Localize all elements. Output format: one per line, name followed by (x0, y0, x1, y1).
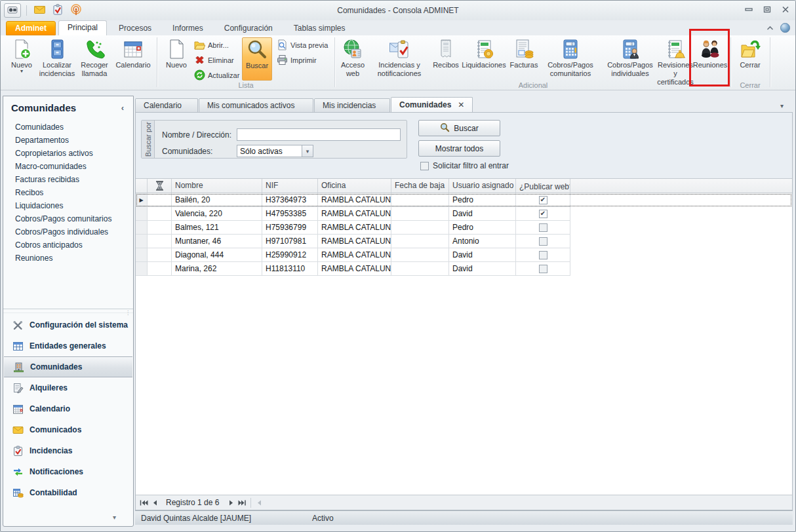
sidebar-splitter[interactable]: ⋮ (3, 309, 133, 313)
minimize-button[interactable] (744, 5, 753, 14)
cell-oficina[interactable]: RAMBLA CATALUNYA (318, 207, 391, 221)
nav-comunicados[interactable]: Comunicados (3, 419, 133, 440)
cell-usuario[interactable]: David (449, 248, 516, 262)
ribbon-reuniones-button[interactable]: Reuniones (692, 37, 728, 81)
col-publicar-web[interactable]: ¿Publicar web? (516, 179, 570, 193)
publicar-web-checkbox[interactable] (539, 210, 547, 218)
ribbon-calendario-button[interactable]: Calendario (113, 37, 153, 81)
cell-publicar-web[interactable] (516, 248, 570, 262)
row-selector[interactable] (136, 262, 148, 276)
prev-record-button[interactable] (149, 497, 161, 508)
collapse-sidebar-icon[interactable]: ‹ (119, 103, 127, 113)
ribbon-acceso-web-button[interactable]: Acceso web (338, 37, 368, 81)
sidebar-item-macro-comunidades[interactable]: Macro-comunidades (3, 160, 133, 173)
buscar-por-tab[interactable]: Buscar por (142, 121, 155, 158)
sidebar-item-liquidaciones[interactable]: Liquidaciones (3, 199, 133, 212)
col-nombre[interactable]: Nombre (172, 179, 262, 193)
cell-nif[interactable]: H75936799 (262, 221, 318, 235)
cell-oficina[interactable]: RAMBLA CATALUNYA (318, 221, 391, 235)
nav-entidades-generales[interactable]: Entidades generales (3, 335, 133, 356)
cell-oficina[interactable]: RAMBLA CATALUNYA (318, 262, 391, 276)
solicitar-filtro-checkbox[interactable] (420, 162, 429, 170)
cell-nombre[interactable]: Diagonal, 444 (172, 248, 262, 262)
tab-adminet[interactable]: Adminet (6, 21, 56, 35)
actualizar-button[interactable]: Actualizar (192, 68, 242, 82)
cell-nombre[interactable]: Balmes, 121 (172, 221, 262, 235)
cell-publicar-web[interactable] (516, 193, 570, 207)
app-menu-button[interactable] (4, 3, 21, 18)
ribbon-cobros-comunitarios-button[interactable]: 0 Cobros/Pagos comunitarios (541, 37, 600, 81)
imprimir-button[interactable]: Imprimir (275, 53, 332, 67)
restore-button[interactable] (763, 5, 772, 14)
nombre-direccion-input[interactable] (237, 128, 401, 141)
cell-fecha-baja[interactable] (391, 262, 449, 276)
broadcast-quick-button[interactable] (69, 3, 83, 18)
tab-principal[interactable]: Principal (58, 20, 107, 35)
cell-publicar-web[interactable] (516, 262, 570, 276)
tab-tablas-simples[interactable]: Tablas simples (285, 21, 355, 35)
sidebar-item-facturas-recibidas[interactable]: Facturas recibidas (3, 173, 133, 186)
cell-usuario[interactable]: David (449, 262, 516, 276)
nav-alquileres[interactable]: Alquileres (3, 377, 133, 398)
cell-usuario[interactable]: David (449, 207, 516, 221)
nav-calendario[interactable]: Calendario (3, 398, 133, 419)
abrir-button[interactable]: Abrir... (192, 38, 242, 52)
cell-nif[interactable]: H11813110 (262, 262, 318, 276)
col-fecha-baja[interactable]: Fecha de baja (391, 179, 449, 193)
ribbon-liquidaciones-button[interactable]: Liquidaciones (461, 37, 507, 81)
table-row[interactable]: ▶ Bailén, 20 H37364973 RAMBLA CATALUNYA … (136, 193, 792, 207)
row-selector[interactable] (136, 207, 148, 221)
combo-caret-icon[interactable]: ▾ (302, 145, 313, 157)
sidebar-item-cobros-individuales[interactable]: Cobros/Pagos individuales (3, 225, 133, 238)
cell-publicar-web[interactable] (516, 235, 570, 248)
row-selector[interactable] (136, 221, 148, 235)
col-usuario-asignado[interactable]: Usuario asignado (449, 179, 516, 193)
sidebar-item-recibos[interactable]: Recibos (3, 186, 133, 199)
table-row[interactable]: Balmes, 121 H75936799 RAMBLA CATALUNYA P… (136, 221, 792, 235)
ribbon-nuevo-lista-button[interactable]: Nuevo (162, 37, 191, 81)
cell-fecha-baja[interactable] (391, 221, 449, 235)
nav-configuracion-sistema[interactable]: Configuración del sistema (3, 314, 133, 335)
cell-usuario[interactable]: Pedro (449, 193, 516, 207)
row-selector[interactable]: ▶ (136, 193, 148, 207)
next-record-button[interactable] (226, 497, 237, 508)
table-row[interactable]: Marina, 262 H11813110 RAMBLA CATALUNYA D… (136, 262, 792, 276)
table-row[interactable]: Diagonal, 444 H25990912 RAMBLA CATALUNYA… (136, 248, 792, 262)
tab-informes[interactable]: Informes (163, 21, 212, 35)
mail-quick-button[interactable] (32, 3, 47, 18)
publicar-web-checkbox[interactable] (539, 196, 547, 204)
help-orb-icon[interactable] (780, 23, 790, 33)
ribbon-localizar-incidencias-button[interactable]: Localizar incidencias (39, 37, 75, 81)
comunidades-combo[interactable]: Sólo activas ▾ (237, 145, 313, 157)
table-row[interactable]: Muntaner, 46 H97107981 RAMBLA CATALUNYA … (136, 235, 792, 248)
mostrar-todos-button[interactable]: Mostrar todos (418, 140, 500, 157)
publicar-web-checkbox[interactable] (539, 251, 547, 259)
cell-nombre[interactable]: Bailén, 20 (172, 193, 262, 207)
nav-comunidades[interactable]: Comunidades (4, 356, 132, 377)
nav-contabilidad[interactable]: Contabilidad (3, 482, 133, 503)
publicar-web-checkbox[interactable] (539, 265, 547, 273)
last-record-button[interactable] (237, 497, 248, 508)
sidebar-item-cobros-comunitarios[interactable]: Cobros/Pagos comunitarios (3, 212, 133, 225)
cell-nombre[interactable]: Marina, 262 (172, 262, 262, 276)
buscar-button[interactable]: Buscar (418, 120, 500, 136)
cell-oficina[interactable]: RAMBLA CATALUNYA (318, 193, 391, 207)
tab-list-caret-icon[interactable]: ▾ (780, 102, 784, 109)
cell-fecha-baja[interactable] (391, 235, 449, 248)
doc-tab-comunidades[interactable]: Comunidades ✕ (391, 97, 473, 112)
cell-nif[interactable]: H97107981 (262, 235, 318, 248)
doc-tab-mis-incidencias[interactable]: Mis incidencias (314, 98, 390, 112)
cell-nif[interactable]: H25990912 (262, 248, 318, 262)
sidebar-item-reuniones[interactable]: Reuniones (3, 252, 133, 265)
cell-nombre[interactable]: Valencia, 220 (172, 207, 262, 221)
hscroll-left-button[interactable] (254, 497, 265, 508)
tab-close-icon[interactable]: ✕ (458, 101, 464, 109)
vista-previa-button[interactable]: Vista previa (275, 38, 332, 52)
cell-fecha-baja[interactable] (391, 207, 449, 221)
sidebar-item-copropietarios[interactable]: Copropietarios activos (3, 147, 133, 160)
ribbon-facturas-button[interactable]: Facturas (508, 37, 540, 81)
ribbon-nuevo-llamada-button[interactable]: Nuevo ▾ (6, 37, 37, 81)
ribbon-buscar-button[interactable]: Buscar (242, 37, 272, 81)
cell-oficina[interactable]: RAMBLA CATALUNYA (318, 248, 391, 262)
doc-tab-mis-comunicados[interactable]: Mis comunicados activos (199, 98, 313, 112)
